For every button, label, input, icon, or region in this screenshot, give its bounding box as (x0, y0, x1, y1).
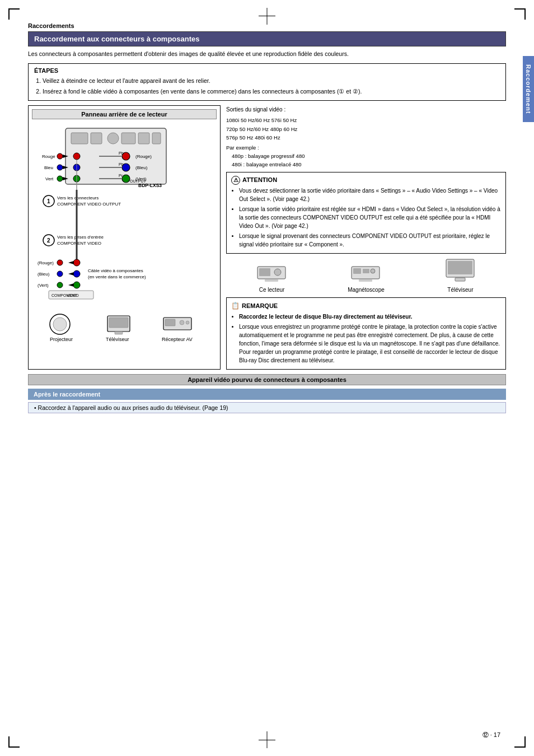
svg-point-69 (180, 320, 184, 325)
svg-rect-2 (91, 133, 102, 144)
svg-text:(Rouge): (Rouge) (38, 260, 54, 265)
svg-rect-4 (121, 133, 135, 144)
magnetoscope-img (350, 264, 381, 283)
remarque-item-0: Raccordez le lecteur de disque Blu-ray d… (239, 312, 501, 321)
svg-text:Pr: Pr (119, 174, 123, 178)
svg-rect-78 (265, 279, 278, 282)
televiseur-label: Téléviseur (445, 286, 476, 294)
remarque-box: 📋 REMARQUE Raccordez le lecteur de disqu… (226, 297, 506, 370)
svg-rect-81 (363, 269, 369, 273)
svg-point-36 (57, 176, 63, 181)
svg-point-3 (107, 133, 119, 144)
svg-rect-85 (448, 261, 472, 274)
intro-text: Les connecteurs à composantes permettent… (28, 50, 506, 59)
svg-text:Vert: Vert (45, 176, 54, 181)
svg-text:(Vert): (Vert) (38, 283, 49, 288)
svg-point-49 (57, 271, 63, 277)
remarque-list: Raccordez le lecteur de disque Blu-ray d… (231, 312, 501, 365)
ce-lecteur-label: Ce lecteur (256, 286, 287, 294)
svg-point-63 (53, 318, 67, 331)
svg-point-51 (73, 259, 80, 266)
signal-row-3: Par exemple : (226, 143, 506, 152)
signal-row-0: 1080i 50 Hz/60 Hz 576i 50 Hz (226, 116, 506, 124)
svg-text:(Rouge): (Rouge) (135, 154, 152, 159)
svg-rect-68 (165, 319, 175, 326)
svg-text:Téléviseur: Téléviseur (106, 337, 129, 342)
device-magnetoscope: Magnétoscope (348, 264, 385, 294)
etapes-list: Veillez à éteindre ce lecteur et l'autre… (34, 76, 500, 96)
svg-point-48 (57, 260, 63, 265)
svg-point-82 (371, 269, 375, 273)
svg-text:(Bleu): (Bleu) (38, 272, 50, 277)
signal-title: Sorties du signal vidéo : (226, 105, 506, 114)
svg-text:Câble vidéo à composantes: Câble vidéo à composantes (88, 268, 143, 273)
diagram-area: Panneau arrière de ce lecteur Pb Pb (28, 105, 506, 370)
svg-text:COMPONENT VIDEO: COMPONENT VIDEO (57, 241, 101, 246)
remarque-title: 📋 REMARQUE (231, 301, 501, 311)
svg-point-24 (73, 153, 80, 160)
raccordement-side: Raccordement (523, 56, 534, 122)
section-title: Raccordements (28, 22, 506, 29)
appareil-box: Appareil vidéo pourvu de connecteurs à c… (28, 374, 506, 385)
attention-item-2: Lorsque le signal provenant des connecte… (239, 232, 501, 249)
svg-rect-80 (353, 268, 361, 274)
svg-text:(Vert): (Vert) (135, 176, 147, 181)
svg-text:VIDEO: VIDEO (67, 293, 79, 297)
svg-rect-83 (359, 279, 372, 282)
signal-row-2: 576p 50 Hz 480i 60 Hz (226, 133, 506, 142)
main-header: Raccordement aux connecteurs à composant… (28, 31, 506, 46)
svg-text:Récepteur AV: Récepteur AV (162, 337, 193, 342)
svg-text:(en vente dans le commerce): (en vente dans le commerce) (88, 274, 146, 279)
svg-marker-54 (68, 261, 74, 264)
svg-rect-65 (109, 318, 128, 328)
svg-text:Projecteur: Projecteur (50, 337, 73, 342)
svg-text:(Bleu): (Bleu) (135, 165, 148, 170)
etapes-step-1: Veillez à éteindre ce lecteur et l'autre… (43, 76, 500, 86)
apres-content: • Raccordez à l'appareil audio ou aux pr… (28, 402, 506, 413)
svg-point-9 (122, 175, 130, 183)
svg-text:2: 2 (47, 237, 50, 244)
right-panel: Sorties du signal vidéo : 1080i 50 Hz/60… (226, 105, 506, 370)
svg-point-77 (274, 269, 281, 276)
device-images: Ce lecteur Magnétoscope (226, 258, 506, 294)
svg-marker-55 (68, 272, 74, 276)
svg-text:Pb: Pb (119, 162, 124, 166)
televiseur-img (445, 258, 476, 283)
left-panel: Panneau arrière de ce lecteur Pb Pb (28, 105, 221, 370)
diagram-svg: Pb Pb Pr OUTPUT (Rouge) (Bleu) (Vert) 1 … (32, 123, 217, 358)
remarque-item-1: Lorsque vous enregistrez un programme pr… (239, 323, 501, 365)
attention-title: ⚠ ATTENTION (231, 175, 501, 185)
svg-text:Pb: Pb (119, 151, 124, 155)
svg-point-50 (57, 282, 63, 288)
apres-title: Après le raccordement (28, 389, 506, 400)
svg-text:1: 1 (47, 198, 50, 204)
svg-point-70 (186, 321, 189, 324)
attention-item-0: Vous devez sélectionner la sortie vidéo … (239, 186, 501, 203)
svg-text:Vers les prises d'entrée: Vers les prises d'entrée (57, 235, 104, 240)
svg-text:Vers les connecteurs: Vers les connecteurs (57, 195, 99, 200)
remarque-icon: 📋 (231, 301, 240, 311)
svg-rect-86 (455, 278, 465, 281)
panel-title: Panneau arrière de ce lecteur (32, 109, 217, 119)
svg-rect-66 (115, 332, 123, 334)
svg-rect-6 (152, 133, 161, 144)
attention-item-1: Lorsque la sortie vidéo prioritaire est … (239, 205, 501, 230)
svg-rect-76 (259, 268, 270, 276)
svg-point-53 (73, 282, 80, 288)
ce-lecteur-img (256, 264, 287, 283)
svg-text:COMPONENT VIDEO OUTPUT: COMPONENT VIDEO OUTPUT (57, 202, 121, 207)
svg-text:Rouge: Rouge (42, 154, 55, 159)
svg-point-35 (57, 165, 63, 170)
svg-text:BDP-LXS3: BDP-LXS3 (138, 183, 162, 188)
signal-row-5: 480i : balayage entrelacé 480 (226, 160, 506, 169)
page-number: ⑫ · 17 (483, 731, 500, 739)
svg-marker-56 (68, 283, 74, 287)
svg-point-34 (57, 153, 63, 159)
device-ce-lecteur: Ce lecteur (256, 264, 287, 294)
signal-row-1: 720p 50 Hz/60 Hz 480p 60 Hz (226, 125, 506, 133)
svg-rect-1 (71, 133, 88, 144)
device-televiseur: Téléviseur (445, 258, 476, 294)
magnetoscope-label: Magnétoscope (348, 286, 385, 294)
svg-text:Bleu: Bleu (44, 165, 53, 170)
warning-icon: ⚠ (231, 176, 240, 185)
